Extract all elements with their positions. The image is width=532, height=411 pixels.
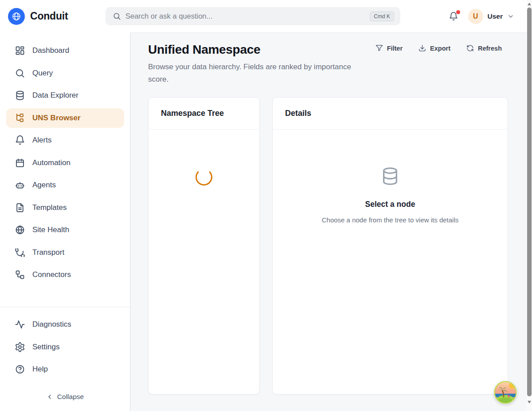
database-icon bbox=[380, 166, 400, 186]
details-title: Details bbox=[273, 98, 508, 130]
globe-icon bbox=[15, 225, 25, 235]
keyboard-shortcut-badge: Cmd K bbox=[370, 12, 394, 21]
namespace-tree-panel: Namespace Tree bbox=[148, 97, 260, 395]
cable-icon bbox=[15, 247, 25, 258]
details-empty-state: Select a node Choose a node from the tre… bbox=[273, 130, 508, 224]
refresh-button[interactable]: Refresh bbox=[466, 44, 502, 52]
refresh-icon bbox=[466, 44, 474, 52]
brand: Conduit bbox=[0, 8, 106, 25]
workflow-icon bbox=[15, 269, 25, 280]
sidebar-item-alerts[interactable]: Alerts bbox=[6, 130, 124, 150]
sidebar-item-label: Alerts bbox=[32, 136, 51, 145]
download-icon bbox=[419, 44, 426, 52]
sidebar-item-label: Site Health bbox=[32, 225, 69, 234]
sidebar-item-data-explorer[interactable]: Data Explorer bbox=[6, 86, 124, 105]
top-header: Conduit Cmd K U User bbox=[0, 0, 527, 32]
namespace-tree-title: Namespace Tree bbox=[149, 98, 259, 130]
sidebar-item-label: Agents bbox=[32, 181, 56, 190]
database-icon bbox=[15, 90, 25, 101]
chevron-left-icon bbox=[46, 393, 53, 400]
sidebar-item-label: Templates bbox=[32, 203, 66, 212]
sidebar-item-site-health[interactable]: Site Health bbox=[6, 220, 124, 240]
details-panel: Details Select a node Choose a node from… bbox=[272, 97, 508, 395]
page-scrollbar bbox=[527, 0, 532, 411]
sidebar-item-query[interactable]: Query bbox=[6, 63, 124, 83]
sidebar-item-label: Dashboard bbox=[32, 46, 69, 55]
export-button[interactable]: Export bbox=[419, 44, 450, 52]
sidebar-item-label: Help bbox=[32, 365, 48, 374]
filter-button[interactable]: Filter bbox=[376, 44, 403, 52]
sidebar-item-automation[interactable]: Automation bbox=[6, 153, 124, 173]
empty-state-message: Choose a node from the tree to view its … bbox=[322, 216, 459, 224]
search-icon bbox=[15, 68, 25, 79]
collapse-label: Collapse bbox=[57, 393, 84, 401]
avatar[interactable]: U bbox=[468, 9, 483, 24]
sidebar-item-label: Settings bbox=[32, 343, 59, 352]
sidebar-item-label: UNS Browser bbox=[32, 114, 81, 123]
chevron-down-icon bbox=[507, 13, 514, 20]
app-title: Conduit bbox=[30, 10, 68, 22]
sidebar-item-label: Data Explorer bbox=[32, 91, 78, 100]
search-input[interactable] bbox=[121, 12, 370, 20]
page-subtitle: Browse your data hierarchy. Fields are r… bbox=[148, 61, 370, 85]
sidebar-item-agents[interactable]: Agents bbox=[6, 175, 124, 195]
sidebar-item-label: Query bbox=[32, 69, 53, 78]
activity-icon bbox=[15, 319, 25, 330]
sidebar-item-label: Connectors bbox=[32, 270, 71, 279]
sidebar-item-connectors[interactable]: Connectors bbox=[6, 265, 124, 285]
search-icon bbox=[113, 12, 121, 20]
page-actions: Filter Export Refresh bbox=[376, 44, 502, 52]
bell-icon bbox=[15, 135, 25, 146]
user-menu[interactable]: U User bbox=[468, 9, 514, 24]
filter-icon bbox=[376, 44, 383, 52]
collapse-sidebar-button[interactable]: Collapse bbox=[0, 390, 130, 404]
sidebar-item-transport[interactable]: Transport bbox=[6, 243, 124, 262]
robot-icon bbox=[15, 180, 25, 190]
global-search[interactable]: Cmd K bbox=[106, 7, 400, 25]
main-content: Unified Namespace Browse your data hiera… bbox=[130, 32, 527, 411]
sidebar-item-settings[interactable]: Settings bbox=[6, 337, 124, 357]
sidebar-item-diagnostics[interactable]: Diagnostics bbox=[6, 315, 124, 334]
user-name: User bbox=[488, 12, 503, 20]
help-icon bbox=[15, 364, 25, 375]
empty-state-title: Select a node bbox=[365, 200, 415, 209]
conduit-logo-icon bbox=[8, 8, 25, 25]
loading-spinner bbox=[196, 169, 212, 186]
document-icon bbox=[15, 202, 25, 213]
sidebar-item-label: Automation bbox=[32, 158, 70, 167]
tree-icon bbox=[15, 113, 25, 123]
notification-dot bbox=[456, 10, 460, 14]
notifications-button[interactable] bbox=[449, 12, 458, 21]
scrollbar-thumb[interactable] bbox=[527, 8, 532, 396]
calendar-icon bbox=[15, 158, 25, 168]
sidebar-item-uns-browser[interactable]: UNS Browser bbox=[6, 108, 124, 128]
island-badge-button[interactable] bbox=[494, 381, 517, 404]
dashboard-icon bbox=[15, 45, 25, 56]
sidebar-item-templates[interactable]: Templates bbox=[6, 198, 124, 217]
sidebar: Dashboard Query Data Explorer bbox=[0, 32, 130, 411]
page-title: Unified Namespace bbox=[148, 43, 260, 57]
scrollbar-down-arrow[interactable] bbox=[528, 401, 531, 403]
sidebar-item-dashboard[interactable]: Dashboard bbox=[6, 41, 124, 60]
sidebar-item-label: Diagnostics bbox=[32, 320, 71, 329]
gear-icon bbox=[15, 342, 25, 352]
sidebar-item-label: Transport bbox=[32, 248, 64, 257]
sidebar-item-help[interactable]: Help bbox=[6, 360, 124, 379]
scrollbar-up-arrow[interactable] bbox=[528, 3, 531, 5]
